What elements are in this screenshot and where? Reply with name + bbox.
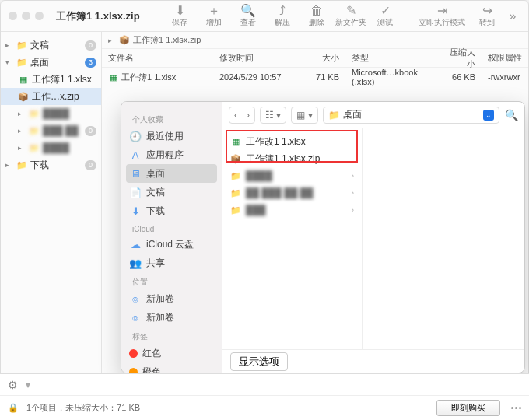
tree-item-selected[interactable]: 📦工作…x.zip — [1, 88, 101, 105]
tb-save[interactable]: ⬇保存 — [163, 5, 196, 28]
documents-icon: 📄 — [129, 187, 142, 198]
archive-icon: 📦 — [119, 35, 130, 45]
tb-view[interactable]: 🔍查看 — [232, 5, 264, 28]
location-selector[interactable]: 📁 桌面 ⌄ — [323, 107, 499, 124]
disk-icon: ⌾ — [129, 293, 142, 305]
folder-icon: 📁 — [16, 159, 27, 170]
downloads-icon: ⬇ — [129, 205, 142, 217]
tb-test[interactable]: ✓测试 — [369, 5, 401, 28]
tree-item[interactable]: ▸📁文稿0 — [1, 37, 101, 54]
finder-column: ▦工作改1 1.xlsx 📦工作簿1 1.xlsx.zip 📁████› 📁██… — [222, 128, 363, 349]
folder-icon: 📁 — [230, 205, 241, 215]
folder-icon: 📁 — [29, 108, 40, 119]
back-icon[interactable]: ‹ — [229, 110, 242, 121]
grid-icon[interactable]: ▦ ▾ — [292, 110, 317, 121]
table-row[interactable]: ▦ 工作簿1 1.xlsx 2024/5/29 10:57 71 KB Micr… — [102, 68, 528, 86]
save-icon: ⬇ — [163, 5, 196, 17]
sidebar-item-volume[interactable]: ⌾新加卷 — [121, 308, 222, 327]
hdr-date[interactable]: 修改时间 — [213, 52, 299, 64]
tree-item[interactable]: ▸📁下载0 — [1, 156, 101, 173]
buy-now-button[interactable]: 即刻购买 — [436, 400, 500, 416]
sidebar-tag-red[interactable]: 红色 — [121, 344, 222, 362]
desktop-icon: 🖥 — [129, 168, 142, 180]
runmode-icon: ⇥ — [415, 5, 469, 17]
path-text: 工作簿1 1.xlsx.zip — [133, 34, 201, 46]
sidebar-item-documents[interactable]: 📄文稿 — [121, 183, 222, 201]
shared-icon: 👥 — [129, 257, 142, 269]
finder-sidebar: 个人收藏 🕘最近使用 A应用程序 🖥桌面 📄文稿 ⬇下载 iCloud ☁iCl… — [121, 102, 222, 373]
forward-icon[interactable]: › — [242, 110, 254, 121]
max-dot[interactable] — [35, 12, 44, 20]
sidebar-tag-orange[interactable]: 橙色 — [121, 362, 222, 373]
list-item[interactable]: 📦工作簿1 1.xlsx.zip — [222, 150, 362, 167]
folder-icon: 📁 — [16, 57, 27, 68]
tree-item[interactable]: ▸📁████ — [1, 139, 101, 156]
sidebar-group: 个人收藏 — [121, 110, 222, 127]
finder-bottom-bar: 显示选项 — [222, 349, 524, 373]
folder-icon: 📁 — [16, 40, 27, 51]
hdr-size[interactable]: 大小 — [299, 52, 345, 64]
finder-main: ‹› ☷ ▾ ▦ ▾ 📁 桌面 ⌄ 🔍 ▦工作改1 1.xlsx 📦工作簿1 1… — [222, 102, 524, 373]
min-dot[interactable] — [22, 12, 30, 20]
tb-goto[interactable]: ↪转到 — [471, 5, 503, 28]
zip-icon: 📦 — [230, 153, 241, 164]
gear-icon[interactable]: ⚙ — [8, 379, 18, 391]
tree-item[interactable]: ▸📁████ — [1, 105, 101, 122]
tb-newfolder[interactable]: ✎新文件夹 — [335, 5, 367, 28]
tag-dot-icon — [129, 368, 138, 373]
lock-icon[interactable]: 🔒 — [8, 403, 19, 413]
search-button[interactable]: 🔍 — [504, 109, 518, 121]
sidebar-group: 标签 — [121, 327, 222, 344]
tree-item[interactable]: ▦工作簿1 1.xlsx — [1, 71, 101, 88]
tb-delete[interactable]: 🗑删除 — [300, 5, 333, 28]
path-chevron-icon: ▸ — [108, 37, 116, 44]
resize-grip-icon[interactable] — [511, 407, 521, 409]
tree-item[interactable]: ▾📁桌面3 — [1, 54, 101, 71]
folder-icon: 📁 — [230, 170, 241, 181]
sidebar-item-icloud[interactable]: ☁iCloud 云盘 — [121, 235, 222, 254]
window-controls — [9, 12, 44, 20]
tb-extract[interactable]: ⤴解压 — [266, 5, 299, 28]
list-item[interactable]: 📁██ ███ ██ ██› — [222, 184, 362, 201]
list-item[interactable]: ▦工作改1 1.xlsx — [222, 133, 362, 150]
hdr-zip[interactable]: 压缩大小 — [439, 47, 482, 70]
disk-icon: ⌾ — [129, 312, 142, 324]
tag-dot-icon — [129, 349, 138, 358]
columns-icon[interactable]: ☷ ▾ — [261, 110, 286, 121]
tb-add[interactable]: ＋增加 — [198, 5, 230, 28]
sidebar-item-desktop[interactable]: 🖥桌面 — [126, 164, 217, 183]
group-mode[interactable]: ▦ ▾ — [291, 107, 317, 124]
finder-columns: ▦工作改1 1.xlsx 📦工作簿1 1.xlsx.zip 📁████› 📁██… — [222, 128, 524, 349]
sidebar-item-shared[interactable]: 👥共享 — [121, 254, 222, 272]
add-icon: ＋ — [198, 5, 230, 17]
tb-more[interactable]: » — [505, 10, 520, 23]
close-dot[interactable] — [9, 12, 17, 20]
finder-window: 个人收藏 🕘最近使用 A应用程序 🖥桌面 📄文稿 ⬇下载 iCloud ☁iCl… — [121, 101, 525, 373]
xlsx-icon: ▦ — [18, 74, 29, 85]
tb-runmode[interactable]: ⇥立即执行模式 — [415, 5, 469, 28]
hdr-kind[interactable]: 类型 — [345, 52, 439, 64]
list-item[interactable]: 📁███› — [222, 201, 362, 219]
hdr-perm[interactable]: 权限属性 — [482, 52, 528, 64]
tree-item[interactable]: ▸📁███ ██0 — [1, 122, 101, 139]
list-item[interactable]: 📁████› — [222, 167, 362, 184]
sidebar-group: 位置 — [121, 272, 222, 289]
sidebar-item-recents[interactable]: 🕘最近使用 — [121, 127, 222, 145]
sidebar-item-volume[interactable]: ⌾新加卷 — [121, 289, 222, 308]
sidebar-item-apps[interactable]: A应用程序 — [121, 145, 222, 164]
folder-icon: 📁 — [328, 110, 340, 121]
view-mode[interactable]: ☷ ▾ — [260, 107, 286, 124]
hdr-name[interactable]: 文件名 — [102, 52, 213, 64]
chevron-right-icon: › — [352, 206, 354, 214]
test-icon: ✓ — [369, 5, 401, 17]
clock-icon: 🕘 — [129, 131, 142, 142]
chevron-down-icon[interactable]: ▾ — [26, 380, 30, 390]
delete-icon: 🗑 — [300, 5, 333, 17]
finder-column-empty — [363, 128, 524, 349]
sidebar-item-downloads[interactable]: ⬇下载 — [121, 201, 222, 220]
nav-back-forward[interactable]: ‹› — [229, 107, 255, 124]
more-icon: » — [505, 10, 520, 23]
sidebar-group: iCloud — [121, 220, 222, 235]
dropdown-icon[interactable]: ⌄ — [483, 110, 494, 121]
show-options-button[interactable]: 显示选项 — [230, 352, 288, 371]
